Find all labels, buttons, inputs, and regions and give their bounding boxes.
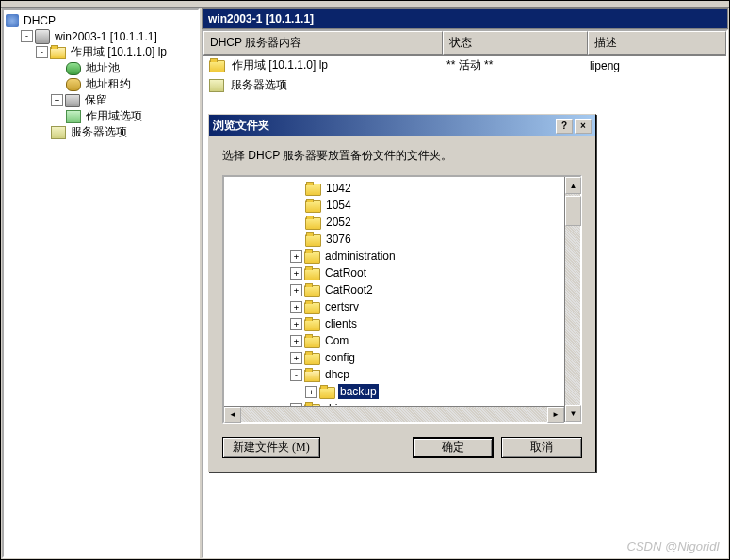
col-desc[interactable]: 描述 [588,31,726,55]
tree-label: 服务器选项 [69,123,129,141]
list-item[interactable]: 作用域 [10.1.1.0] lp ** 活动 ** lipeng [203,56,726,75]
browse-folder-dialog: 浏览文件夹 ? × 选择 DHCP 服务器要放置备份文件的文件夹。 104210… [208,114,596,472]
folder-node[interactable]: +certsrv [290,298,564,315]
folder-node[interactable]: -dhcp [290,366,564,383]
col-status[interactable]: 状态 [443,31,588,55]
folder-icon [304,251,320,264]
expand-icon[interactable]: + [290,301,302,313]
server-options-icon [209,79,224,92]
dhcp-mmc-window: DHCP - win2003-1 [10.1.1.1] - 作用域 [10.1.… [0,0,730,560]
tree-panel[interactable]: DHCP - win2003-1 [10.1.1.1] - 作用域 [10.1.… [2,8,200,558]
folder-node[interactable]: 2052 [290,214,564,231]
lease-icon [66,78,81,91]
dialog-body: 选择 DHCP 服务器要放置备份文件的文件夹。 1042105420523076… [209,136,595,472]
folder-label: dhcp [323,367,351,382]
folder-node[interactable]: +Com [290,332,564,349]
expand-icon[interactable]: + [290,284,302,296]
folder-icon [304,404,320,407]
folder-icon [305,200,321,213]
expand-icon[interactable]: + [290,250,302,263]
expand-icon[interactable]: + [290,335,302,347]
folder-icon [304,285,320,297]
tree-root-dhcp[interactable]: DHCP [6,12,196,28]
folder-icon [304,302,320,314]
collapse-icon[interactable]: - [290,369,302,381]
expand-icon[interactable]: + [290,318,302,330]
scroll-up-button[interactable]: ▲ [565,177,581,194]
scroll-right-button[interactable]: ► [547,407,564,423]
expand-icon[interactable]: + [51,94,63,106]
vertical-scrollbar[interactable]: ▲ ▼ [564,177,580,422]
cell-status: ** 活动 ** [446,57,493,73]
collapse-icon[interactable]: - [36,46,48,58]
pool-icon [66,62,81,75]
col-content[interactable]: DHCP 服务器内容 [203,31,443,55]
scroll-down-button[interactable]: ▼ [565,405,581,422]
cell-name: 作用域 [10.1.1.0] lp [232,57,328,73]
horizontal-scrollbar[interactable]: ◄ ► [224,406,564,422]
ok-button[interactable]: 确定 [413,437,494,458]
cell-desc: lipeng [590,59,620,72]
folder-icon [305,217,321,230]
dialog-titlebar[interactable]: 浏览文件夹 ? × [209,115,595,136]
tree-server-options[interactable]: 服务器选项 [6,124,196,140]
folder-node[interactable]: 1054 [290,197,564,214]
folder-node[interactable]: +CatRoot [290,264,564,281]
column-headers: DHCP 服务器内容 状态 描述 [203,31,726,56]
options-icon [66,110,81,123]
folder-tree[interactable]: 1042105420523076+administration+CatRoot+… [224,177,564,406]
tree-scope-options[interactable]: 作用域选项 [6,108,196,124]
folder-node[interactable]: 3076 [290,231,564,248]
tree-scope[interactable]: - 作用域 [10.1.1.0] lp [6,44,196,60]
scroll-thumb[interactable] [565,196,581,226]
folder-icon [304,319,320,331]
tree-server[interactable]: - win2003-1 [10.1.1.1] [6,28,196,44]
tree-address-pool[interactable]: 地址池 [6,60,196,76]
folder-node[interactable]: +backup [290,383,564,400]
expand-icon[interactable]: + [290,352,302,364]
header-title: win2003-1 [10.1.1.1] [208,12,314,25]
list-rows: 作用域 [10.1.1.0] lp ** 活动 ** lipeng 服务器选项 [203,56,726,95]
tree-reservations[interactable]: + 保留 [6,92,196,108]
folder-label: certsrv [323,299,361,314]
tree-label: win2003-1 [10.1.1.1] [53,29,159,44]
folder-label: CatRoot [323,265,368,280]
folder-label: 1042 [324,181,353,196]
scroll-left-button[interactable]: ◄ [224,407,241,423]
watermark: CSDN @NigoridI [627,539,720,553]
folder-label: 1054 [324,198,353,213]
folder-icon [304,353,320,365]
folder-tree-box: 1042105420523076+administration+CatRoot+… [222,175,582,424]
folder-label: 3076 [324,232,353,247]
folder-label: 2052 [324,215,353,230]
close-button[interactable]: × [575,119,592,134]
dialog-title: 浏览文件夹 [213,118,269,134]
list-item[interactable]: 服务器选项 [203,75,726,95]
folder-node[interactable]: +CatRoot2 [290,281,564,298]
server-icon [35,29,50,44]
scope-tree: DHCP - win2003-1 [10.1.1.1] - 作用域 [10.1.… [4,10,198,142]
folder-label: backup [338,384,379,399]
cell-name: 服务器选项 [231,77,287,93]
folder-icon [305,234,321,247]
tree-label: DHCP [22,13,57,28]
toolbar [1,1,729,8]
dialog-prompt: 选择 DHCP 服务器要放置备份文件的文件夹。 [222,148,582,164]
folder-icon [304,370,320,382]
folder-node[interactable]: +administration [290,248,564,264]
expand-icon[interactable]: + [290,267,302,280]
folder-node[interactable]: +config [290,349,564,366]
collapse-icon[interactable]: - [21,30,33,42]
expand-icon[interactable]: + [305,386,317,398]
tree-address-lease[interactable]: 地址租约 [6,76,196,92]
folder-label: Com [323,333,350,348]
cancel-button[interactable]: 取消 [501,437,582,458]
titlebar-buttons: ? × [556,119,592,134]
folder-node[interactable]: 1042 [290,180,564,197]
folder-node[interactable]: +clients [290,315,564,332]
folder-open-icon [50,47,66,59]
folder-label: clients [323,316,359,331]
new-folder-button[interactable]: 新建文件夹 (M) [222,437,320,458]
folder-label: administration [323,248,397,264]
help-button[interactable]: ? [556,119,573,134]
